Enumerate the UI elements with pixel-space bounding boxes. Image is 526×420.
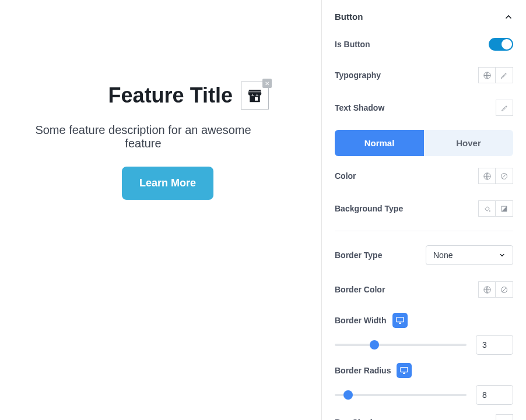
feature-title: Feature Title (108, 83, 233, 108)
state-tabs: Normal Hover (335, 130, 513, 156)
slider-thumb[interactable] (343, 390, 353, 400)
svg-line-5 (502, 174, 507, 178)
border-width-input[interactable] (476, 335, 513, 355)
pencil-icon[interactable] (496, 414, 513, 420)
border-radius-slider[interactable] (335, 394, 467, 396)
box-shadow-label: Box Shadow (335, 418, 384, 420)
row-border-type: Border Type None (335, 237, 513, 273)
color-swatch-icon[interactable] (496, 281, 513, 298)
gradient-icon[interactable] (496, 200, 513, 217)
chevron-down-icon (499, 252, 506, 259)
svg-point-6 (489, 210, 490, 211)
close-icon[interactable]: ✕ (262, 79, 272, 88)
row-is-button: Is Button (335, 30, 513, 59)
typography-label: Typography (335, 70, 381, 80)
border-radius-input[interactable] (476, 385, 513, 405)
border-width-label: Border Width (335, 316, 387, 325)
pencil-icon[interactable] (496, 100, 513, 116)
border-type-value: None (433, 250, 453, 260)
border-type-label: Border Type (335, 250, 382, 260)
row-color: Color (335, 160, 513, 192)
slider-thumb[interactable] (370, 340, 379, 350)
feature-icon-box[interactable]: ✕ (241, 82, 269, 110)
text-shadow-label: Text Shadow (335, 103, 384, 112)
row-border-radius: Border Radius (335, 356, 513, 406)
paint-bucket-icon[interactable] (478, 200, 496, 217)
row-box-shadow: Box Shadow (335, 406, 513, 420)
is-button-label: Is Button (335, 40, 370, 49)
tab-hover[interactable]: Hover (424, 130, 513, 156)
row-border-width: Border Width (335, 306, 513, 356)
svg-rect-12 (401, 368, 408, 372)
storefront-icon (246, 87, 264, 104)
style-panel: Button Is Button Typography Text Shadow … (322, 0, 526, 420)
feature-description: Some feature description for an awesome … (17, 123, 269, 150)
pencil-icon[interactable] (496, 67, 513, 83)
responsive-desktop-icon[interactable] (392, 313, 408, 328)
svg-rect-1 (255, 97, 258, 101)
row-typography: Typography (335, 59, 513, 91)
section-header[interactable]: Button (335, 8, 513, 30)
globe-icon[interactable] (478, 281, 496, 298)
chevron-up-icon (504, 12, 513, 22)
globe-icon[interactable] (478, 67, 496, 83)
learn-more-button[interactable]: Learn More (122, 167, 213, 200)
responsive-desktop-icon[interactable] (397, 363, 412, 378)
globe-icon[interactable] (478, 168, 496, 184)
row-background-type: Background Type (335, 192, 513, 225)
color-swatch-icon[interactable] (496, 168, 513, 184)
background-type-label: Background Type (335, 204, 403, 213)
row-text-shadow: Text Shadow (335, 91, 513, 124)
preview-canvas: Feature Title ✕ Some feature description… (0, 0, 322, 420)
is-button-toggle[interactable] (489, 38, 513, 51)
divider (335, 231, 513, 231)
feature-title-row: Feature Title ✕ (108, 82, 269, 110)
border-radius-label: Border Radius (335, 366, 391, 375)
row-border-color: Border Color (335, 273, 513, 306)
tab-normal[interactable]: Normal (335, 130, 424, 156)
section-title: Button (335, 12, 363, 22)
border-color-label: Border Color (335, 285, 385, 294)
svg-line-10 (502, 287, 507, 292)
border-type-select[interactable]: None (426, 245, 513, 265)
svg-rect-11 (397, 317, 404, 322)
border-width-slider[interactable] (335, 344, 467, 346)
color-label: Color (335, 171, 356, 181)
